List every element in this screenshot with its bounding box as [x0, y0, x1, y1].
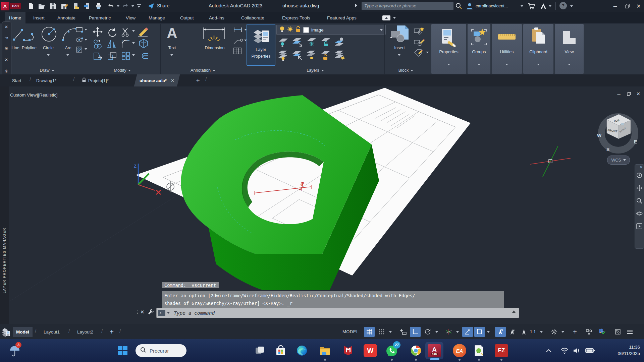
wcs-dropdown[interactable]: WCS	[607, 156, 630, 165]
linear-dimension-icon[interactable]	[233, 26, 243, 35]
file-explorer-icon[interactable]	[318, 344, 332, 357]
wifi-icon[interactable]	[559, 346, 570, 355]
draw-panel-label[interactable]: Draw	[30, 66, 64, 74]
mobile-publish-icon[interactable]	[83, 2, 91, 10]
hatch-dropdown-icon[interactable]	[85, 48, 87, 50]
open-folder-icon[interactable]	[38, 2, 46, 10]
rectangle-tool-icon[interactable]	[75, 26, 84, 35]
command-expand-caret[interactable]	[512, 310, 516, 313]
gear-caret[interactable]	[561, 331, 564, 333]
osnap-caret[interactable]	[487, 331, 490, 333]
user-name[interactable]: carolinacvicent...	[476, 3, 508, 8]
ellipse-dropdown-icon[interactable]	[85, 39, 87, 41]
array-tool-icon[interactable]	[121, 51, 131, 62]
polar-tracking-toggle[interactable]	[423, 327, 433, 337]
help-dropdown-icon[interactable]	[570, 5, 573, 7]
volume-icon[interactable]	[572, 346, 582, 355]
circle-tool-label[interactable]: Circle	[40, 46, 56, 50]
layer-thaw-icon[interactable]	[287, 26, 293, 34]
grid-toggle[interactable]	[364, 327, 375, 337]
circle-dropdown-icon[interactable]	[47, 54, 50, 56]
trim-tool-icon[interactable]	[121, 27, 131, 38]
tab-annotate[interactable]: Annotate	[53, 12, 80, 23]
zoom-icon[interactable]	[636, 197, 643, 205]
trim-dropdown-icon[interactable]	[132, 30, 135, 32]
palette-close-icon[interactable]: ✕	[2, 24, 10, 32]
annotation-panel-label[interactable]: Annotation	[181, 66, 225, 74]
isometric-caret[interactable]	[456, 331, 459, 333]
command-recent-caret[interactable]	[167, 312, 170, 314]
layout2-tab[interactable]: Layout2	[74, 327, 97, 337]
annotation-visibility-toggle[interactable]	[495, 327, 506, 337]
layer-isolate-icon[interactable]	[292, 37, 303, 48]
new-file-icon[interactable]	[27, 2, 35, 10]
start-button[interactable]	[116, 344, 129, 357]
drawing-canvas[interactable]: 13.58 Z W S	[9, 86, 644, 324]
palette-close2-icon[interactable]: ✕	[2, 57, 10, 65]
hatch-tool-icon[interactable]	[75, 46, 84, 55]
autocad-taskbar-icon[interactable]: A CAD	[428, 344, 441, 357]
file-tab-drawing1[interactable]: Drawing1*	[36, 74, 56, 86]
dimension-tool-icon[interactable]	[201, 25, 227, 46]
viewport-minimize-button[interactable]: ─	[614, 90, 623, 97]
user-dropdown-icon[interactable]	[521, 5, 523, 7]
annotation-monitor-plus[interactable]: +	[570, 327, 580, 337]
layer-select-dropdown[interactable]: image	[276, 25, 386, 35]
window-close-button[interactable]: ✕	[633, 0, 644, 12]
save-icon[interactable]	[49, 2, 57, 10]
table-icon[interactable]	[233, 47, 242, 56]
tab-add-ins[interactable]: Add-ins	[205, 12, 229, 23]
viewport-close-button[interactable]: ✕	[634, 90, 643, 97]
palette-autohide-icon[interactable]: ⇥	[2, 35, 10, 43]
window-restore-button[interactable]	[622, 0, 633, 12]
file-tab-uhouse-aula-active[interactable]: uhouse aula* ✕	[134, 74, 180, 86]
tab-express-tools[interactable]: Express Tools	[278, 12, 315, 23]
text-tool-label[interactable]: Text	[165, 46, 179, 50]
file-tab-close-icon[interactable]: ✕	[171, 78, 174, 83]
annotation-scale-icon[interactable]	[519, 327, 529, 337]
plot-device-icon[interactable]	[72, 2, 80, 10]
object-snap-toggle[interactable]	[474, 327, 485, 337]
annotation-scale-value[interactable]: 1:1	[530, 327, 536, 337]
viewport-restore-button[interactable]	[625, 90, 633, 97]
ribbon-collapse-icon[interactable]	[382, 15, 390, 20]
polyline-tool-icon[interactable]	[22, 26, 38, 45]
share-icon[interactable]	[147, 2, 155, 10]
autocad-logo[interactable]: A	[1, 2, 9, 10]
clean-screen-toggle[interactable]	[612, 327, 623, 337]
properties-panel-caret[interactable]	[447, 64, 450, 65]
text-tool-icon[interactable]: A	[165, 25, 179, 44]
tray-chevron-icon[interactable]	[544, 347, 553, 355]
isolate-objects-toggle[interactable]	[584, 327, 594, 337]
layer-properties-button[interactable]: Layer Properties	[247, 24, 275, 66]
insert-block-icon[interactable]	[390, 25, 409, 46]
tab-manage[interactable]: Manage	[144, 12, 169, 23]
umbrella-tray-icon[interactable]: 3	[8, 344, 21, 359]
isometric-drafting-toggle[interactable]	[443, 327, 454, 337]
ribbon-collapse-caret[interactable]	[393, 17, 396, 19]
navbar-close-icon[interactable]: ✕	[640, 165, 643, 169]
rotate-tool-icon[interactable]	[107, 27, 117, 38]
insert-dropdown-icon[interactable]	[398, 54, 400, 56]
undo-icon[interactable]	[107, 2, 115, 10]
cart-icon[interactable]	[527, 2, 535, 10]
window-minimize-button[interactable]: ─	[610, 0, 621, 12]
ellipse-tool-icon[interactable]	[75, 36, 84, 45]
leader-icon[interactable]	[233, 37, 243, 46]
file-tab-start[interactable]: Start	[12, 74, 21, 86]
layer-freeze-icon[interactable]	[306, 37, 317, 48]
erase-tool-icon[interactable]	[138, 27, 149, 38]
wps-office-icon[interactable]: W	[364, 344, 377, 357]
notepadpp-icon[interactable]	[472, 344, 486, 357]
layer-lock-icon[interactable]	[320, 37, 331, 48]
autodesk-dropdown-icon[interactable]	[549, 5, 551, 7]
rectangle-dropdown-icon[interactable]	[85, 29, 87, 31]
modify-panel-label[interactable]: Modify	[104, 66, 141, 74]
battery-icon[interactable]	[584, 346, 596, 355]
microsoft-store-icon[interactable]	[274, 344, 287, 357]
view-panel-button[interactable]: View	[555, 24, 584, 74]
layer-thaw-all-icon[interactable]	[306, 50, 317, 62]
layer-unlock-icon[interactable]	[296, 26, 301, 34]
new-layout-button[interactable]: +	[107, 327, 116, 336]
viewport-view-label[interactable]: Custom View][Realistic]	[10, 93, 58, 98]
